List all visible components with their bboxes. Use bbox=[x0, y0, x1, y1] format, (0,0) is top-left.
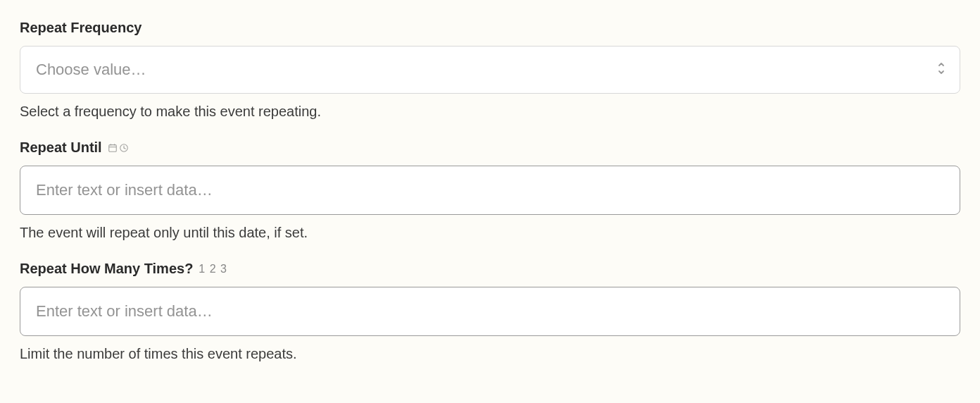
repeat-frequency-label-text: Repeat Frequency bbox=[20, 20, 142, 36]
repeat-frequency-select-value: Choose value… bbox=[36, 61, 146, 79]
svg-rect-0 bbox=[108, 144, 116, 151]
repeat-until-hint-icons bbox=[108, 143, 129, 153]
clock-icon bbox=[119, 143, 129, 153]
svg-line-6 bbox=[124, 148, 125, 149]
repeat-count-help: Limit the number of times this event rep… bbox=[20, 346, 960, 362]
calendar-icon bbox=[108, 143, 118, 153]
repeat-frequency-select-wrapper: Choose value… bbox=[20, 46, 960, 94]
repeat-frequency-help: Select a frequency to make this event re… bbox=[20, 104, 960, 120]
repeat-count-label-text: Repeat How Many Times? bbox=[20, 261, 193, 277]
repeat-until-help: The event will repeat only until this da… bbox=[20, 225, 960, 241]
repeat-frequency-field: Repeat Frequency Choose value… Select a … bbox=[20, 20, 960, 120]
repeat-count-field: Repeat How Many Times? 1 2 3 Limit the n… bbox=[20, 261, 960, 362]
repeat-until-field: Repeat Until The event will repeat only … bbox=[20, 140, 960, 241]
repeat-frequency-label: Repeat Frequency bbox=[20, 20, 960, 36]
repeat-frequency-select[interactable]: Choose value… bbox=[20, 46, 960, 94]
repeat-count-label: Repeat How Many Times? 1 2 3 bbox=[20, 261, 960, 277]
repeat-until-input[interactable] bbox=[20, 166, 960, 215]
repeat-count-input[interactable] bbox=[20, 287, 960, 336]
repeat-until-label-text: Repeat Until bbox=[20, 140, 102, 156]
repeat-until-label: Repeat Until bbox=[20, 140, 960, 156]
number-hint-icon: 1 2 3 bbox=[199, 263, 227, 275]
